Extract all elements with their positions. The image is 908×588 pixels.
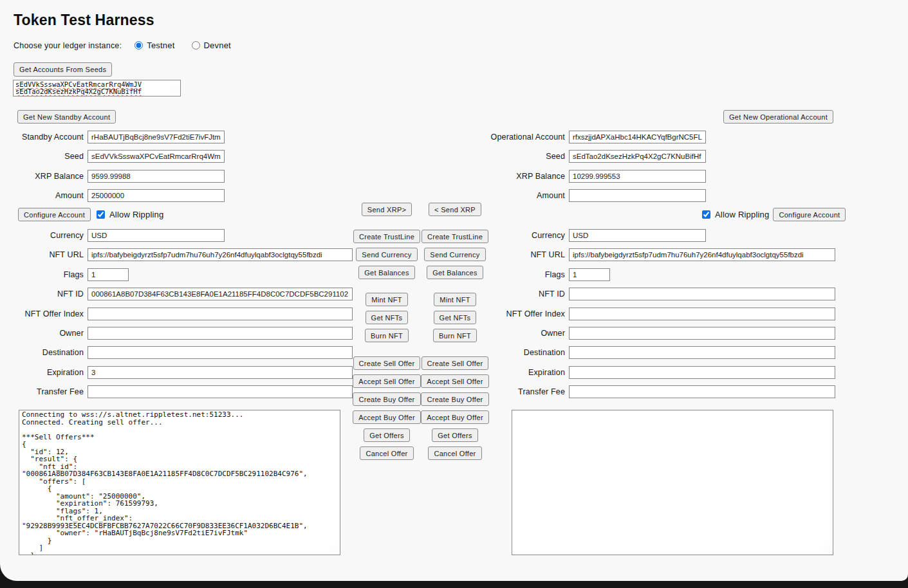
standby-results-textarea[interactable]: Connecting to wss://s.altnet.rippletest.… xyxy=(19,410,340,555)
send-xrp-operational-button[interactable]: < Send XRP xyxy=(429,203,481,216)
operational-flags-label: Flags xyxy=(481,270,567,279)
radio-devnet[interactable]: Devnet xyxy=(192,41,231,50)
standby-nft-url-input[interactable] xyxy=(88,248,353,261)
cancel-offer-operational-button[interactable]: Cancel Offer xyxy=(428,446,481,460)
operational-nft-offer-index-row: NFT Offer Index xyxy=(481,307,835,320)
standby-transfer-fee-label: Transfer Fee xyxy=(0,387,86,396)
send-xrp-standby-button[interactable]: Send XRP> xyxy=(362,203,412,216)
operational-configure-account-button[interactable]: Configure Account xyxy=(773,208,846,221)
operational-xrp-balance-label: XRP Balance xyxy=(481,172,567,181)
get-offers-standby-button[interactable]: Get Offers xyxy=(364,428,410,442)
operational-results-textarea[interactable] xyxy=(512,410,833,555)
standby-nft-id-input[interactable] xyxy=(88,288,353,300)
get-accounts-from-seeds-button[interactable]: Get Accounts From Seeds xyxy=(14,62,112,77)
standby-xrp-balance-row: XRP Balance xyxy=(0,169,225,183)
standby-flags-label: Flags xyxy=(0,270,86,279)
operational-nft-id-row: NFT ID xyxy=(481,287,835,300)
operational-xrp-balance-input[interactable] xyxy=(569,170,706,183)
operational-flags-input[interactable] xyxy=(569,268,610,281)
standby-expiration-input[interactable] xyxy=(88,366,353,379)
create-trustline-standby-button[interactable]: Create TrustLine xyxy=(353,230,420,243)
operational-transfer-fee-row: Transfer Fee xyxy=(481,385,835,398)
operational-transfer-fee-input[interactable] xyxy=(569,385,835,398)
mint-nft-operational-button[interactable]: Mint NFT xyxy=(434,293,476,306)
burn-nft-standby-button[interactable]: Burn NFT xyxy=(365,329,409,342)
mint-nft-standby-button[interactable]: Mint NFT xyxy=(366,293,408,306)
operational-nft-url-label: NFT URL xyxy=(481,250,567,259)
seeds-textarea[interactable]: sEdVVkSsswaXPCvEatRmcarRrq4WmJV sEdTao2d… xyxy=(13,80,181,96)
standby-transfer-fee-row: Transfer Fee xyxy=(0,385,353,398)
operational-amount-input[interactable] xyxy=(569,189,706,202)
standby-seed-input[interactable] xyxy=(88,150,225,163)
operational-allow-rippling-label: Allow Rippling xyxy=(715,210,769,219)
operational-nft-id-label: NFT ID xyxy=(481,289,567,299)
accept-sell-offer-standby-button[interactable]: Accept Sell Offer xyxy=(353,374,420,388)
operational-currency-input[interactable] xyxy=(569,229,706,242)
standby-nft-offer-index-input[interactable] xyxy=(88,308,353,320)
cancel-offer-standby-button[interactable]: Cancel Offer xyxy=(360,446,413,460)
standby-allow-rippling-checkbox[interactable] xyxy=(97,210,105,219)
page-title: Token Test Harness xyxy=(14,12,154,29)
send-currency-standby-button[interactable]: Send Currency xyxy=(356,248,417,261)
create-buy-offer-standby-button[interactable]: Create Buy Offer xyxy=(353,392,420,406)
radio-testnet[interactable]: Testnet xyxy=(134,41,174,50)
token-test-harness-page: Token Test Harness Choose your ledger in… xyxy=(0,0,908,581)
standby-xrp-balance-input[interactable] xyxy=(88,170,225,183)
standby-xrp-balance-label: XRP Balance xyxy=(0,172,86,181)
standby-destination-label: Destination xyxy=(0,348,86,357)
get-nfts-operational-button[interactable]: Get NFTs xyxy=(434,311,477,324)
operational-configure-row: Allow Rippling Configure Account xyxy=(702,208,846,221)
standby-amount-label: Amount xyxy=(0,191,86,200)
standby-currency-label: Currency xyxy=(0,231,86,240)
standby-flags-input[interactable] xyxy=(88,268,129,281)
operational-transfer-fee-label: Transfer Fee xyxy=(481,387,567,396)
operational-nft-url-input[interactable] xyxy=(569,248,835,261)
standby-destination-input[interactable] xyxy=(88,346,353,359)
accept-buy-offer-operational-button[interactable]: Accept Buy Offer xyxy=(421,410,489,424)
devnet-radio-label: Devnet xyxy=(204,41,231,50)
get-nfts-standby-button[interactable]: Get NFTs xyxy=(366,311,409,324)
standby-account-label: Standby Account xyxy=(0,133,86,142)
testnet-radio[interactable] xyxy=(134,41,143,50)
operational-seed-label: Seed xyxy=(481,152,567,161)
create-trustline-operational-button[interactable]: Create TrustLine xyxy=(422,230,488,243)
accept-sell-offer-operational-button[interactable]: Accept Sell Offer xyxy=(421,374,488,388)
operational-owner-input[interactable] xyxy=(569,327,835,340)
get-balances-operational-button[interactable]: Get Balances xyxy=(427,266,483,279)
get-new-operational-account-button[interactable]: Get New Operational Account xyxy=(723,110,833,124)
standby-owner-input[interactable] xyxy=(88,327,353,340)
create-sell-offer-operational-button[interactable]: Create Sell Offer xyxy=(422,356,489,370)
standby-expiration-row: Expiration xyxy=(0,365,353,379)
standby-amount-input[interactable] xyxy=(88,189,225,202)
get-balances-standby-button[interactable]: Get Balances xyxy=(358,266,415,279)
operational-nft-offer-index-input[interactable] xyxy=(569,308,835,320)
burn-nft-operational-button[interactable]: Burn NFT xyxy=(433,329,477,342)
operational-allow-rippling-checkbox[interactable] xyxy=(702,210,710,219)
operational-seed-input[interactable] xyxy=(569,150,706,163)
operational-flags-row: Flags xyxy=(481,268,610,281)
get-new-standby-account-button[interactable]: Get New Standby Account xyxy=(17,110,116,124)
standby-transfer-fee-input[interactable] xyxy=(88,385,353,398)
standby-seed-row: Seed xyxy=(0,149,225,163)
standby-nft-offer-index-label: NFT Offer Index xyxy=(0,309,86,318)
devnet-radio[interactable] xyxy=(192,41,200,50)
standby-seed-label: Seed xyxy=(0,152,86,161)
standby-currency-row: Currency xyxy=(0,228,225,242)
standby-currency-input[interactable] xyxy=(88,229,225,242)
operational-account-input[interactable] xyxy=(569,131,706,143)
standby-expiration-label: Expiration xyxy=(0,368,86,377)
create-buy-offer-operational-button[interactable]: Create Buy Offer xyxy=(421,392,488,406)
standby-account-input[interactable] xyxy=(88,131,225,143)
send-currency-operational-button[interactable]: Send Currency xyxy=(424,248,485,261)
create-sell-offer-standby-button[interactable]: Create Sell Offer xyxy=(353,356,421,370)
accept-buy-offer-standby-button[interactable]: Accept Buy Offer xyxy=(353,410,421,424)
get-offers-operational-button[interactable]: Get Offers xyxy=(432,428,478,442)
standby-configure-account-button[interactable]: Configure Account xyxy=(18,208,91,221)
operational-destination-input[interactable] xyxy=(569,346,835,359)
operational-expiration-input[interactable] xyxy=(569,366,835,379)
operational-nft-id-input[interactable] xyxy=(569,288,835,300)
operational-nft-url-row: NFT URL xyxy=(481,248,835,261)
testnet-radio-label: Testnet xyxy=(147,41,174,50)
operational-nft-offer-index-label: NFT Offer Index xyxy=(481,309,567,318)
standby-actions-column: Send XRP> Create TrustLine Send Currency… xyxy=(351,203,423,460)
